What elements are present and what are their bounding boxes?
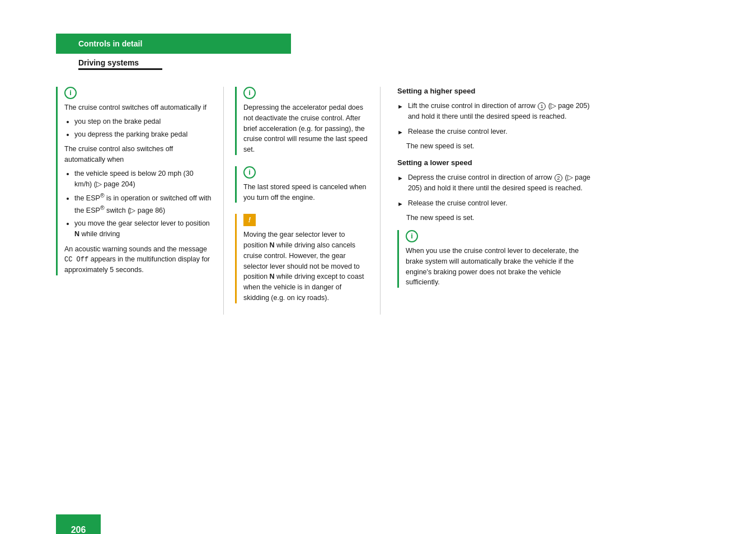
lower-speed-heading: Setting a lower speed — [397, 158, 593, 167]
section-subtitle: Driving systems — [78, 58, 756, 67]
header-bar: Controls in detail — [56, 34, 291, 54]
lower-speed-result: The new speed is set. — [406, 213, 593, 223]
middle-info-box-1: i Depressing the accelerator pedal does … — [235, 87, 369, 155]
list-item: you step on the brake pedal — [74, 116, 212, 127]
lower-speed-step-2-text: Release the cruise control lever. — [408, 198, 508, 209]
circle-num-2: 2 — [555, 174, 562, 182]
right-info-text: When you use the cruise control lever to… — [406, 246, 593, 288]
right-column: Setting a higher speed ► Lift the cruise… — [381, 87, 593, 315]
left-bullet-list-1: you step on the brake pedal you depress … — [64, 116, 212, 140]
lower-speed-step-1-text: Depress the cruise control in direction … — [408, 172, 593, 194]
info-icon-1: i — [64, 87, 77, 99]
content-area: i The cruise control switches off automa… — [56, 87, 722, 315]
middle-text-2: The last stored speed is canceled when y… — [243, 182, 369, 203]
lower-speed-step-1: ► Depress the cruise control in directio… — [397, 172, 593, 194]
left-intro-text: The cruise control switches off automati… — [64, 102, 212, 113]
info-icon-3: i — [243, 166, 256, 179]
higher-speed-step-2: ► Release the cruise control lever. — [397, 127, 593, 137]
warning-icon-1: ! — [243, 214, 256, 226]
middle-warning-text: Moving the gear selector lever to positi… — [243, 229, 369, 303]
arrow-marker: ► — [397, 199, 403, 209]
higher-speed-heading: Setting a higher speed — [397, 87, 593, 95]
higher-speed-step-1-text: Lift the cruise control in direction of … — [408, 101, 593, 122]
info-icon-4: i — [406, 230, 418, 242]
page-number: 206 — [71, 525, 86, 535]
middle-text-1: Depressing the accelerator pedal does no… — [243, 102, 369, 155]
header-title: Controls in detail — [78, 39, 142, 48]
left-info-box-1: i The cruise control switches off automa… — [56, 87, 212, 275]
higher-speed-step-1: ► Lift the cruise control in direction o… — [397, 101, 593, 122]
left-bullet-list-2: the vehicle speed is below 20 mph (30 km… — [64, 168, 212, 240]
higher-speed-step-2-text: Release the cruise control lever. — [408, 127, 508, 137]
arrow-marker: ► — [397, 174, 403, 183]
arrow-marker: ► — [397, 128, 403, 137]
list-item: the ESP® is in operation or switched off… — [74, 191, 212, 216]
list-item: you depress the parking brake pedal — [74, 129, 212, 140]
higher-speed-result: The new speed is set. — [406, 141, 593, 152]
circle-num-1: 1 — [538, 102, 546, 110]
page-container: Controls in detail Driving systems i The… — [0, 34, 756, 534]
left-footer-text: An acoustic warning sounds and the messa… — [64, 244, 212, 276]
subtitle-underline — [78, 68, 162, 70]
right-info-box-1: i When you use the cruise control lever … — [397, 230, 593, 288]
page-number-box: 206 — [56, 514, 101, 534]
lower-speed-step-2: ► Release the cruise control lever. — [397, 198, 593, 209]
middle-info-box-2: i The last stored speed is canceled when… — [235, 166, 369, 203]
middle-column: i Depressing the accelerator pedal does … — [224, 87, 381, 315]
list-item: the vehicle speed is below 20 mph (30 km… — [74, 168, 212, 190]
arrow-marker: ► — [397, 102, 403, 111]
middle-warning-box-1: ! Moving the gear selector lever to posi… — [235, 214, 369, 303]
list-item: you move the gear selector lever to posi… — [74, 218, 212, 240]
left-continuation-text: The cruise control also switches off aut… — [64, 144, 212, 165]
left-column: i The cruise control switches off automa… — [56, 87, 224, 315]
info-icon-2: i — [243, 87, 256, 99]
